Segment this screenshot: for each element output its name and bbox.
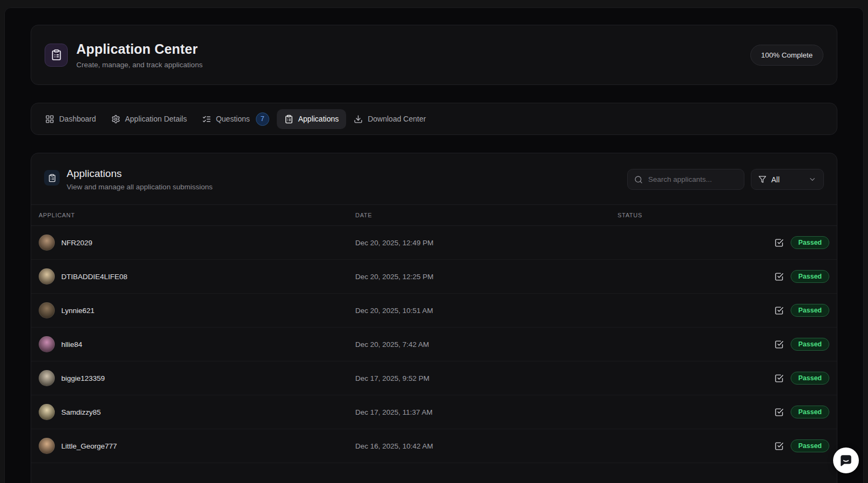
status-cell: Passed (610, 338, 837, 351)
tab-download-center[interactable]: Download Center (346, 109, 433, 129)
application-date: Dec 20, 2025, 7:42 AM (355, 340, 429, 349)
status-badge: Passed (791, 236, 829, 249)
status-cell: Passed (610, 304, 837, 317)
clipboard-icon (45, 44, 68, 67)
tab-bar: Dashboard Application Details Questions … (31, 103, 837, 135)
tab-label: Dashboard (59, 115, 96, 123)
page-subtitle: Create, manage, and track applications (76, 61, 750, 69)
filter-funnel-icon (758, 175, 766, 183)
tab-label: Download Center (368, 115, 426, 123)
status-badge: Passed (791, 372, 829, 385)
checked-checkbox-icon[interactable] (774, 306, 784, 315)
applicant-cell: biggie123359 (31, 370, 348, 386)
status-cell: Passed (610, 439, 837, 452)
applicant-avatar (39, 336, 55, 352)
status-badge: Passed (791, 406, 829, 418)
status-badge: Passed (791, 304, 829, 317)
date-cell: Dec 20, 2025, 12:25 PM (348, 273, 610, 281)
chevron-down-icon (808, 175, 816, 183)
applicant-cell: Lynnie621 (31, 302, 348, 318)
search-input[interactable] (648, 175, 737, 183)
applications-header-text: Applications View and manage all applica… (67, 168, 627, 191)
applications-card: Applications View and manage all applica… (31, 153, 837, 483)
table-row[interactable]: DTIBADDIE4LIFE08 Dec 20, 2025, 12:25 PM … (31, 260, 837, 294)
table-row[interactable]: NFR2029 Dec 20, 2025, 12:49 PM Passed (31, 226, 837, 260)
application-date: Dec 20, 2025, 12:49 PM (355, 239, 434, 247)
clipboard-icon (44, 170, 60, 186)
tab-application-details[interactable]: Application Details (104, 109, 195, 129)
applicant-name: hllie84 (61, 340, 82, 349)
table-row[interactable]: Samdizzy85 Dec 17, 2025, 11:37 AM Passed (31, 395, 837, 429)
gear-icon (111, 115, 120, 124)
clipboard-icon (284, 115, 293, 124)
page-title: Application Center (76, 41, 750, 57)
date-cell: Dec 20, 2025, 10:51 AM (348, 307, 610, 315)
column-header-date: DATE (348, 212, 610, 218)
checked-checkbox-icon[interactable] (774, 340, 784, 349)
applicant-avatar (39, 370, 55, 386)
applicant-avatar (39, 438, 55, 454)
applicant-cell: Samdizzy85 (31, 404, 348, 420)
status-badge: Passed (791, 439, 829, 452)
dashboard-grid-icon (45, 115, 54, 124)
table-row[interactable]: hllie84 Dec 20, 2025, 7:42 AM Passed (31, 328, 837, 361)
checked-checkbox-icon[interactable] (774, 374, 784, 383)
applications-table: APPLICANT DATE STATUS NFR2029 Dec 20, 20… (31, 204, 837, 483)
questions-count-badge: 7 (256, 112, 269, 126)
app-panel: Application Center Create, manage, and t… (4, 8, 864, 483)
applicant-cell: DTIBADDIE4LIFE08 (31, 268, 348, 285)
applicant-name: DTIBADDIE4LIFE08 (61, 273, 127, 281)
completion-badge: 100% Complete (750, 45, 823, 66)
page-header-text: Application Center Create, manage, and t… (76, 41, 750, 69)
applications-header: Applications View and manage all applica… (31, 168, 837, 191)
filter-selected-value: All (771, 175, 808, 184)
table-row[interactable]: Lynnie621 Dec 20, 2025, 10:51 AM Passed (31, 294, 837, 328)
checked-checkbox-icon[interactable] (774, 272, 784, 281)
application-date: Dec 17, 2025, 9:52 PM (355, 374, 429, 382)
tab-questions[interactable]: Questions 7 (195, 107, 277, 131)
application-date: Dec 16, 2025, 10:42 AM (355, 442, 433, 450)
applications-controls: All (627, 169, 824, 190)
applicant-avatar (39, 235, 55, 251)
applicant-name: NFR2029 (61, 239, 92, 247)
table-header-row: APPLICANT DATE STATUS (31, 204, 837, 226)
download-icon (354, 115, 363, 124)
applicant-avatar (39, 404, 55, 420)
status-cell: Passed (610, 270, 837, 283)
applicant-cell: hllie84 (31, 336, 348, 352)
application-date: Dec 17, 2025, 11:37 AM (355, 408, 433, 416)
tab-label: Questions (216, 115, 250, 123)
applicant-name: Lynnie621 (61, 307, 95, 315)
section-subtitle: View and manage all application submissi… (67, 183, 627, 191)
applications-table-body: NFR2029 Dec 20, 2025, 12:49 PM Passed DT… (31, 226, 837, 463)
status-badge: Passed (791, 270, 829, 283)
date-cell: Dec 16, 2025, 10:42 AM (348, 442, 610, 450)
applicant-name: biggie123359 (61, 374, 105, 382)
date-cell: Dec 20, 2025, 7:42 AM (348, 340, 610, 349)
status-cell: Passed (610, 406, 837, 418)
application-date: Dec 20, 2025, 12:25 PM (355, 273, 434, 281)
checked-checkbox-icon[interactable] (774, 408, 784, 417)
status-cell: Passed (610, 372, 837, 385)
page-header-card: Application Center Create, manage, and t… (31, 25, 837, 85)
column-header-applicant: APPLICANT (31, 212, 348, 218)
chat-launcher-button[interactable] (833, 448, 859, 473)
applicant-name: Little_George777 (61, 442, 117, 450)
tab-applications[interactable]: Applications (277, 109, 347, 129)
status-filter-dropdown[interactable]: All (751, 169, 824, 190)
date-cell: Dec 20, 2025, 12:49 PM (348, 239, 610, 247)
chat-bubble-icon (839, 453, 853, 467)
search-box[interactable] (627, 169, 744, 190)
applicant-cell: NFR2029 (31, 235, 348, 251)
table-row[interactable]: Little_George777 Dec 16, 2025, 10:42 AM … (31, 429, 837, 463)
checked-checkbox-icon[interactable] (774, 238, 784, 247)
tab-label: Application Details (125, 115, 187, 123)
checked-checkbox-icon[interactable] (774, 442, 784, 451)
table-row[interactable]: biggie123359 Dec 17, 2025, 9:52 PM Passe… (31, 361, 837, 395)
applicant-name: Samdizzy85 (61, 408, 101, 416)
search-icon (634, 175, 643, 184)
status-cell: Passed (610, 236, 837, 249)
tab-dashboard[interactable]: Dashboard (38, 109, 104, 129)
applicant-avatar (39, 302, 55, 318)
checklist-icon (202, 115, 211, 124)
